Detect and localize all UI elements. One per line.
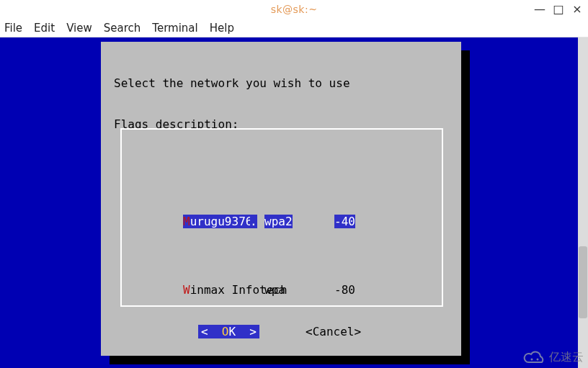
window-titlebar: sk@sk:~ — □ × [0,0,588,19]
scrollbar[interactable] [578,37,588,368]
network-dialog: Select the network you wish to use Flags… [101,42,461,356]
menu-help[interactable]: Help [210,22,234,35]
network-flag [250,283,264,297]
ok-button-suffix: K > [228,325,257,338]
network-list[interactable]: Murugu9376 . wpa2 -40 Winmax Infotech wp… [120,128,443,307]
maximize-button[interactable]: □ [551,1,566,16]
menu-edit[interactable]: Edit [34,22,55,35]
window-title: sk@sk:~ [271,4,318,15]
network-list-inner: Murugu9376 . wpa2 -40 Winmax Infotech wp… [122,157,442,341]
minimize-button[interactable]: — [532,1,548,16]
network-name: urugu9376 [190,215,253,228]
menubar: File Edit View Search Terminal Help [0,19,588,37]
close-button[interactable]: × [569,1,585,16]
dialog-buttons: < OK > <Cancel> [101,325,461,338]
network-row[interactable]: Winmax Infotech wpa -80 [128,283,436,297]
terminal-area: Select the network you wish to use Flags… [0,37,588,368]
menu-view[interactable]: View [66,22,92,35]
menu-terminal[interactable]: Terminal [152,22,197,35]
network-security: wpa [264,283,326,297]
scrollbar-thumb[interactable] [579,246,587,318]
ok-button-prefix: < [201,325,222,338]
network-signal: -80 [326,283,355,297]
network-security: wpa2 [264,215,293,228]
menu-file[interactable]: File [4,22,22,35]
ok-button[interactable]: < OK > [198,325,259,338]
network-flag: . [250,215,257,228]
dialog-heading: Select the network you wish to use [114,76,448,90]
network-hotkey: M [183,215,190,228]
network-row-selected[interactable]: Murugu9376 . wpa2 -40 [128,215,436,228]
window-controls: — □ × [532,1,585,16]
cancel-button[interactable]: <Cancel> [303,325,364,338]
network-hotkey: W [183,283,190,297]
network-signal: -40 [334,215,355,228]
menu-search[interactable]: Search [104,22,141,35]
